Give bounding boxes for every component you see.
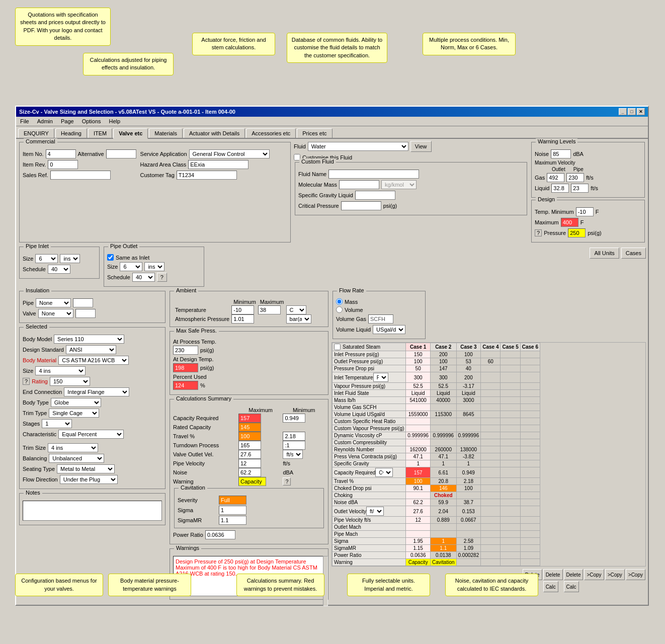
characteristic-select[interactable]: Equal Percent [58, 430, 124, 439]
molecular-mass-input[interactable] [339, 180, 379, 189]
critical-pressure-input[interactable] [341, 201, 381, 210]
sigmamr-input[interactable] [219, 516, 246, 525]
atm-pressure-input[interactable] [231, 314, 254, 324]
insulation-valve-select[interactable]: None [38, 309, 73, 318]
capacity-req-min[interactable] [283, 414, 305, 423]
notes-textarea[interactable] [23, 501, 162, 521]
sigma-input[interactable] [219, 506, 246, 515]
atm-pressure-unit[interactable]: bar(a) [286, 314, 311, 324]
rating-ques-btn[interactable]: ? [23, 378, 30, 385]
pipe-velocity-max[interactable] [238, 459, 261, 468]
flow-dir-select[interactable]: Under the Plug [60, 475, 118, 484]
body-material-select[interactable]: CS ASTM A216 WCB [58, 356, 129, 365]
at-process-input[interactable] [173, 346, 198, 355]
tab-actuator[interactable]: Actuator with Details [184, 128, 245, 138]
balancing-select[interactable]: Unbalanced [49, 454, 104, 463]
turndown-min[interactable] [283, 441, 305, 450]
temp-min-input[interactable] [576, 207, 594, 216]
tab-enquiry[interactable]: ENQUIRY [18, 128, 54, 138]
liquid-outlet-input[interactable] [551, 184, 569, 193]
tab-prices[interactable]: Prices etc [297, 128, 332, 138]
specific-gravity-input[interactable] [355, 191, 395, 200]
cases-btn[interactable]: Cases [621, 248, 646, 259]
restore-button[interactable]: □ [628, 108, 636, 115]
power-ratio-input[interactable] [205, 530, 235, 539]
delete-case2-btn[interactable]: Delete [543, 569, 563, 580]
percent-used-input[interactable] [173, 381, 198, 390]
menu-admin[interactable]: Admin [35, 118, 55, 125]
alternative-input[interactable] [106, 149, 136, 158]
menu-help[interactable]: Help [107, 118, 123, 125]
outlet-schedule-select[interactable]: 40 [132, 273, 155, 282]
noise-input[interactable] [551, 149, 571, 158]
capacity-req-max[interactable] [238, 414, 261, 423]
window-controls[interactable]: _ □ ✕ [619, 108, 645, 115]
insulation-valve-val[interactable] [75, 309, 96, 318]
tab-materials[interactable]: Materials [149, 128, 183, 138]
trim-size-select[interactable]: 4 ins [48, 443, 98, 452]
end-conn-select[interactable]: Integral Flange [64, 387, 129, 396]
liquid-pipe-input[interactable] [571, 184, 589, 193]
close-button[interactable]: ✕ [637, 108, 645, 115]
tab-heading[interactable]: Heading [55, 128, 87, 138]
copy-case6-btn[interactable]: >Copy [626, 569, 645, 580]
vol-liquid-unit-select[interactable]: USgal/d [373, 325, 405, 334]
copy-case4-btn[interactable]: >Copy [584, 569, 604, 580]
turndown-max[interactable] [238, 441, 261, 450]
menu-page[interactable]: Page [59, 118, 76, 125]
valve-outlet-max[interactable] [238, 450, 261, 459]
inlet-schedule-select[interactable]: 40 [48, 265, 70, 274]
pressure-ques[interactable]: ? [535, 229, 542, 236]
vol-gas-unit-input[interactable] [368, 314, 393, 324]
insulation-pipe-val[interactable] [73, 298, 93, 307]
tab-accessories[interactable]: Accessories etc [246, 128, 296, 138]
design-std-select[interactable]: ANSI [66, 345, 116, 354]
sales-ref-input[interactable] [50, 171, 111, 180]
noise-calcs-max[interactable] [238, 468, 261, 477]
fluid-name-input[interactable] [328, 170, 419, 179]
travel-max[interactable] [238, 432, 261, 441]
delete-case3-btn[interactable]: Delete [564, 569, 584, 580]
outlet-help-btn[interactable]: ? [157, 273, 167, 282]
warning-calcs-val[interactable] [238, 477, 266, 486]
severity-input[interactable] [219, 496, 246, 505]
copy-case5-btn[interactable]: >Copy [605, 569, 625, 580]
seating-select[interactable]: Metal to Metal [57, 464, 115, 473]
molecular-mass-unit-select[interactable]: kg/kmol [381, 180, 417, 189]
item-no-input[interactable] [46, 149, 76, 158]
volume-radio[interactable] [336, 306, 343, 313]
body-type-select[interactable]: Globe [51, 398, 101, 407]
valve-outlet-unit[interactable]: ft/s [283, 450, 303, 459]
calc-case2-btn[interactable]: Calc [543, 581, 558, 592]
size-select[interactable]: 4 ins [35, 366, 86, 375]
outlet-size-select[interactable]: 6 [120, 262, 142, 271]
same-as-inlet-checkbox[interactable] [107, 254, 114, 261]
insulation-pipe-select[interactable]: None [36, 298, 71, 307]
mass-radio[interactable] [336, 298, 343, 305]
rated-capacity-max[interactable] [238, 423, 261, 432]
pressure-input[interactable] [568, 228, 586, 237]
minimize-button[interactable]: _ [619, 108, 627, 115]
body-model-select[interactable]: Series 110 [54, 335, 124, 344]
ambient-temp-unit[interactable]: C [286, 305, 306, 314]
inlet-size-unit-select[interactable]: ins [60, 254, 80, 263]
warning-help-btn[interactable]: ? [283, 477, 291, 486]
at-design-input[interactable] [173, 363, 198, 372]
menu-file[interactable]: File [18, 118, 31, 125]
outlet-size-unit-select[interactable]: ins [144, 262, 164, 271]
hazard-input[interactable] [188, 160, 248, 169]
tab-valve-etc[interactable]: Valve etc [113, 128, 148, 139]
customer-tag-input[interactable] [177, 171, 237, 180]
rating-select[interactable]: 150 [50, 377, 90, 386]
gas-pipe-input[interactable] [566, 173, 584, 182]
gas-outlet-input[interactable] [547, 173, 564, 182]
service-app-select[interactable]: General Flow Control [189, 149, 270, 158]
calc-case3-btn[interactable]: Calc [564, 581, 579, 592]
all-units-btn[interactable]: All Units [590, 248, 619, 259]
item-rev-input[interactable] [48, 160, 78, 169]
view-btn[interactable]: View [410, 141, 432, 152]
travel-min[interactable] [283, 432, 305, 441]
trim-type-select[interactable]: Single Cage [49, 409, 99, 418]
ambient-temp-max-input[interactable] [258, 305, 281, 314]
stages-select[interactable]: 1 [42, 419, 72, 428]
